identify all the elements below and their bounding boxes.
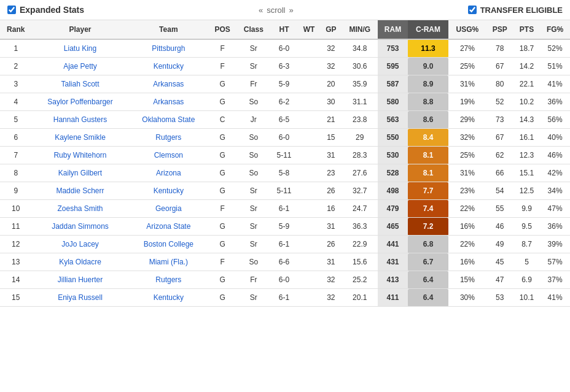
cell-ht: 6-5 xyxy=(270,111,297,129)
cell-ht: 5-9 xyxy=(270,75,297,93)
cell-pos: G xyxy=(208,129,236,147)
cell-usg: 19% xyxy=(448,93,486,111)
cell-player[interactable]: Zoesha Smith xyxy=(32,200,129,218)
cell-ht: 6-0 xyxy=(270,271,297,289)
table-row: 10 Zoesha Smith Georgia F Sr 6-1 16 24.7… xyxy=(0,200,570,218)
cell-pos: F xyxy=(208,39,236,58)
cell-player[interactable]: Ajae Petty xyxy=(32,58,129,75)
cell-ming: 30.6 xyxy=(342,58,378,75)
stats-table: Rank Player Team POS Class HT WT GP MIN/… xyxy=(0,20,570,307)
cell-fg: 41% xyxy=(540,75,570,93)
cell-ming: 22.9 xyxy=(342,236,378,253)
col-ming: MIN/G xyxy=(342,20,378,39)
cell-rank: 7 xyxy=(0,147,32,164)
cell-player[interactable]: Liatu King xyxy=(32,39,129,58)
cell-player[interactable]: Eniya Russell xyxy=(32,289,129,307)
scroll-right-icon[interactable]: » xyxy=(289,6,294,15)
cell-pts: 9.9 xyxy=(513,200,540,218)
cell-player[interactable]: Taliah Scott xyxy=(32,75,129,93)
table-row: 2 Ajae Petty Kentucky F Sr 6-3 32 30.6 5… xyxy=(0,58,570,75)
cell-ht: 6-6 xyxy=(270,253,297,271)
cell-cram: 8.4 xyxy=(408,129,448,147)
cell-team[interactable]: Arkansas xyxy=(128,93,208,111)
transfer-eligible-container: TRANSFER ELIGIBLE xyxy=(468,6,563,15)
cell-player[interactable]: Ruby Whitehorn xyxy=(32,147,129,164)
scroll-text: scroll xyxy=(267,6,285,15)
cell-psp: 67 xyxy=(486,58,513,75)
transfer-eligible-label[interactable]: TRANSFER ELIGIBLE xyxy=(480,6,563,15)
col-rank: Rank xyxy=(0,20,32,39)
cell-gp: 26 xyxy=(320,182,342,200)
cell-team[interactable]: Pittsburgh xyxy=(128,39,208,58)
cell-team[interactable]: Kentucky xyxy=(128,289,208,307)
scroll-left-icon[interactable]: « xyxy=(259,6,263,15)
cell-cram: 8.6 xyxy=(408,111,448,129)
cell-team[interactable]: Arkansas xyxy=(128,75,208,93)
cell-team[interactable]: Georgia xyxy=(128,200,208,218)
cell-cram: 7.4 xyxy=(408,200,448,218)
table-row: 3 Taliah Scott Arkansas G Fr 5-9 20 35.9… xyxy=(0,75,570,93)
cell-team[interactable]: Miami (Fla.) xyxy=(128,253,208,271)
cell-rank: 6 xyxy=(0,129,32,147)
col-team: Team xyxy=(128,20,208,39)
cell-team[interactable]: Boston College xyxy=(128,236,208,253)
cell-psp: 45 xyxy=(486,253,513,271)
cell-fg: 47% xyxy=(540,200,570,218)
cell-player[interactable]: JoJo Lacey xyxy=(32,236,129,253)
cell-ht: 6-1 xyxy=(270,289,297,307)
col-cram: C-RAM xyxy=(408,20,448,39)
cell-player[interactable]: Kyla Oldacre xyxy=(32,253,129,271)
cell-rank: 15 xyxy=(0,289,32,307)
expanded-stats-checkbox[interactable] xyxy=(7,6,16,14)
cell-gp: 16 xyxy=(320,200,342,218)
cell-team[interactable]: Arizona xyxy=(128,164,208,182)
cell-rank: 2 xyxy=(0,58,32,75)
cell-team[interactable]: Kentucky xyxy=(128,182,208,200)
cell-ram: 530 xyxy=(378,147,408,164)
cell-ming: 15.6 xyxy=(342,253,378,271)
cell-gp: 32 xyxy=(320,271,342,289)
cell-player[interactable]: Maddie Scherr xyxy=(32,182,129,200)
cell-ht: 5-11 xyxy=(270,147,297,164)
cell-rank: 13 xyxy=(0,253,32,271)
cell-player[interactable]: Kaylene Smikle xyxy=(32,129,129,147)
cell-team[interactable]: Clemson xyxy=(128,147,208,164)
cell-usg: 22% xyxy=(448,236,486,253)
cell-player[interactable]: Saylor Poffenbarger xyxy=(32,93,129,111)
cell-pos: G xyxy=(208,289,236,307)
cell-ram: 563 xyxy=(378,111,408,129)
cell-ht: 6-1 xyxy=(270,200,297,218)
cell-gp: 23 xyxy=(320,164,342,182)
cell-player[interactable]: Jillian Huerter xyxy=(32,271,129,289)
cell-pos: G xyxy=(208,182,236,200)
cell-psp: 66 xyxy=(486,164,513,182)
cell-ming: 34.8 xyxy=(342,39,378,58)
cell-team[interactable]: Arizona State xyxy=(128,218,208,236)
cell-class: So xyxy=(236,129,270,147)
cell-pts: 22.1 xyxy=(513,75,540,93)
cell-pos: G xyxy=(208,93,236,111)
cell-rank: 5 xyxy=(0,111,32,129)
cell-team[interactable]: Rutgers xyxy=(128,129,208,147)
col-wt: WT xyxy=(298,20,321,39)
cell-player[interactable]: Kailyn Gilbert xyxy=(32,164,129,182)
table-row: 4 Saylor Poffenbarger Arkansas G So 6-2 … xyxy=(0,93,570,111)
cell-team[interactable]: Oklahoma State xyxy=(128,111,208,129)
expanded-stats-label[interactable]: Expanded Stats xyxy=(20,5,84,15)
col-class: Class xyxy=(236,20,270,39)
cell-psp: 53 xyxy=(486,289,513,307)
cell-player[interactable]: Jaddan Simmons xyxy=(32,218,129,236)
cell-team[interactable]: Kentucky xyxy=(128,58,208,75)
cell-ram: 411 xyxy=(378,289,408,307)
cell-usg: 31% xyxy=(448,75,486,93)
table-row: 7 Ruby Whitehorn Clemson G So 5-11 31 28… xyxy=(0,147,570,164)
cell-cram: 9.0 xyxy=(408,58,448,75)
cell-team[interactable]: Rutgers xyxy=(128,271,208,289)
cell-cram: 11.3 xyxy=(408,39,448,58)
cell-psp: 78 xyxy=(486,39,513,58)
cell-psp: 46 xyxy=(486,218,513,236)
transfer-eligible-checkbox[interactable] xyxy=(468,6,477,14)
cell-player[interactable]: Hannah Gusters xyxy=(32,111,129,129)
cell-cram: 8.1 xyxy=(408,147,448,164)
cell-gp: 31 xyxy=(320,147,342,164)
